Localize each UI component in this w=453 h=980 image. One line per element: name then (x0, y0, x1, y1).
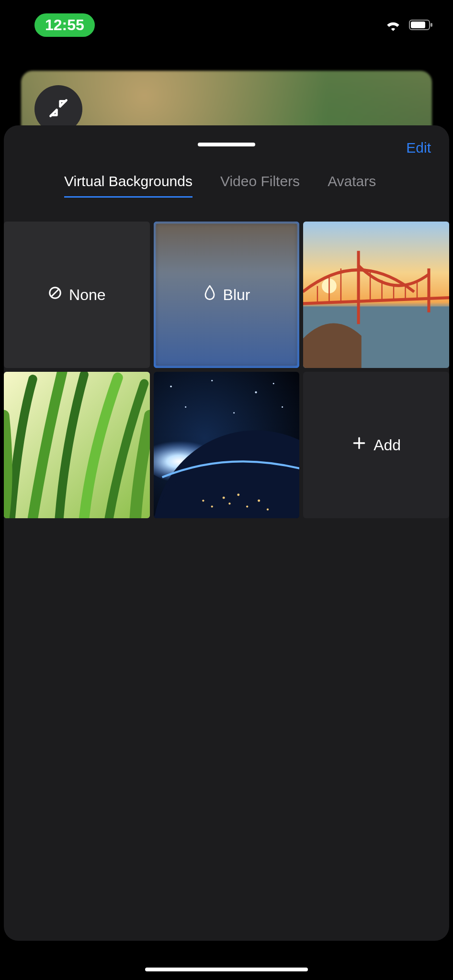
wifi-icon (385, 19, 401, 31)
svg-point-32 (222, 497, 225, 499)
svg-line-6 (52, 290, 59, 297)
tile-label: Blur (203, 285, 250, 305)
sheet-grabber[interactable] (198, 143, 255, 146)
none-icon (48, 286, 62, 304)
background-tile-add[interactable]: Add (303, 372, 449, 518)
svg-point-37 (267, 508, 269, 510)
svg-point-23 (170, 386, 172, 388)
svg-point-36 (258, 500, 260, 502)
golden-gate-image (303, 222, 449, 368)
tile-text: Add (374, 436, 401, 454)
edit-button[interactable]: Edit (406, 140, 431, 156)
svg-rect-1 (411, 22, 425, 28)
tile-text: None (69, 286, 106, 304)
recording-time-pill[interactable]: 12:55 (34, 13, 95, 37)
backgrounds-sheet: Edit Virtual Backgrounds Video Filters A… (4, 125, 449, 941)
tab-virtual-backgrounds[interactable]: Virtual Backgrounds (64, 173, 193, 198)
backgrounds-grid: None Blur (4, 222, 449, 518)
svg-point-38 (211, 505, 213, 507)
tile-label: None (48, 286, 106, 304)
status-bar: 12:55 (0, 11, 453, 38)
svg-point-26 (282, 406, 283, 408)
droplet-icon (203, 285, 216, 305)
svg-point-24 (211, 380, 213, 381)
svg-point-28 (185, 406, 186, 408)
earth-image (154, 372, 300, 518)
background-tile-golden-gate[interactable] (303, 222, 449, 368)
svg-point-34 (237, 494, 239, 496)
status-icons (385, 19, 434, 31)
background-tile-none[interactable]: None (4, 222, 150, 368)
background-tile-blur[interactable]: Blur (154, 222, 300, 368)
background-tile-grass[interactable] (4, 372, 150, 518)
svg-point-25 (255, 391, 257, 393)
tile-text: Blur (223, 286, 250, 304)
collapse-icon (48, 98, 69, 121)
tab-video-filters[interactable]: Video Filters (220, 173, 300, 198)
svg-point-33 (228, 502, 230, 504)
svg-point-29 (272, 383, 274, 384)
svg-point-35 (246, 505, 248, 507)
sheet-header: Edit (4, 125, 449, 171)
plus-icon (351, 435, 367, 455)
svg-rect-2 (430, 23, 432, 27)
home-indicator[interactable] (145, 968, 308, 971)
grass-image (4, 372, 150, 518)
tab-avatars[interactable]: Avatars (328, 173, 376, 198)
tile-label: Add (351, 435, 401, 455)
battery-icon (409, 19, 434, 31)
svg-point-27 (233, 412, 235, 413)
screen: 12:55 Edit Virtual Backgrounds Video Fil… (0, 0, 453, 980)
background-tile-earth[interactable] (154, 372, 300, 518)
svg-point-39 (202, 500, 204, 501)
tabs: Virtual Backgrounds Video Filters Avatar… (4, 171, 449, 198)
